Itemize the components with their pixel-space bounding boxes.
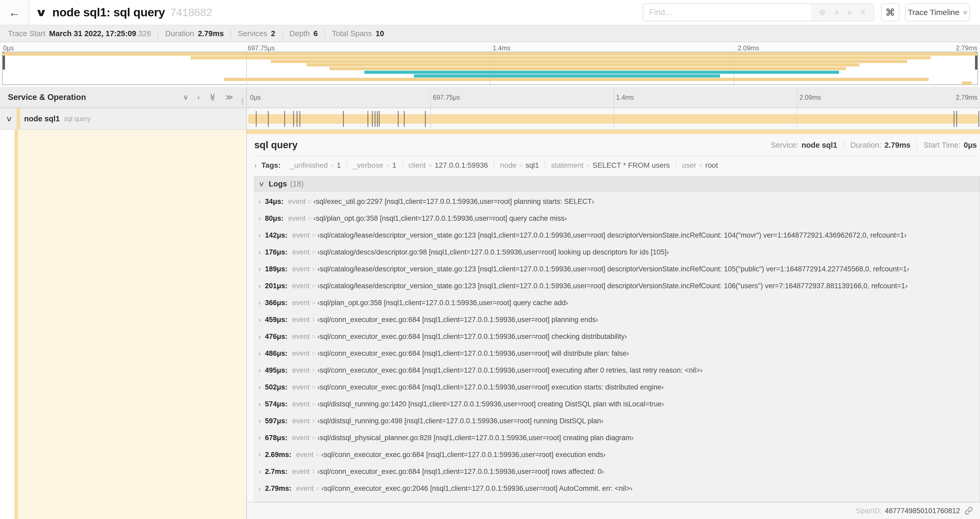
span-name-cell[interactable]: ∨ node sql1 sql query — [0, 108, 247, 129]
stat-item: Trace StartMarch 31 2022, 17:25:09.326 — [8, 29, 158, 38]
grid-line — [614, 87, 614, 108]
span-row[interactable]: ∨ node sql1 sql query — [0, 108, 980, 130]
logs-footnote: Log timestamps are relative to the start… — [258, 497, 980, 502]
tag-item: node=sql1 — [494, 161, 545, 169]
trace-page: ← ∨ node sql1: sql query 7418682 ∧ ∨ ✕ ⌘ — [0, 0, 980, 519]
log-timestamp: 574μs: — [265, 400, 288, 408]
log-field-key: event — [292, 417, 310, 425]
logs-section: ∨ Logs (18) ›34μs:event=‹sql/exec_util.g… — [254, 176, 980, 502]
tag-value: SELECT * FROM users — [592, 161, 670, 169]
tag-key: statement — [551, 161, 584, 169]
find-clear-icon[interactable]: ✕ — [860, 9, 866, 16]
link-icon[interactable] — [964, 506, 973, 515]
log-row[interactable]: ›476μs:event=‹sql/conn_executor_exec.go:… — [258, 328, 980, 345]
log-field-key: event — [288, 198, 305, 206]
span-operation-name: sql query — [64, 115, 91, 123]
log-equals: = — [312, 417, 315, 425]
timeline-tick-label: 2.79ms — [956, 94, 977, 101]
overview-label: Duration: — [850, 141, 881, 150]
service-color-bar — [14, 130, 18, 519]
log-tick-marker — [368, 111, 368, 127]
view-selector-button[interactable]: Trace Timeline ∨ — [905, 3, 970, 21]
span-duration-bar[interactable] — [248, 114, 978, 124]
log-row[interactable]: ›2.69ms:event=‹sql/conn_executor_exec.go… — [258, 446, 980, 463]
trace-collapse-icon[interactable]: ∨ — [35, 6, 48, 18]
log-row[interactable]: ›574μs:event=‹sql/distsql_running.go:142… — [258, 396, 980, 412]
find-next-icon[interactable]: ∨ — [847, 9, 853, 16]
focus-match-icon[interactable] — [819, 8, 826, 16]
log-timestamp: 2.79ms: — [265, 484, 292, 493]
minimap-canvas[interactable] — [2, 52, 978, 85]
span-detail-header: sql query Service:node sql1Duration:2.79… — [254, 138, 980, 152]
log-row[interactable]: ›189μs:event=‹sql/catalog/lease/descript… — [258, 260, 980, 278]
grid-line — [430, 108, 431, 129]
log-row[interactable]: ›80μs:event=‹sql/plan_opt.go:358 [nsql1,… — [258, 210, 980, 227]
log-row[interactable]: ›502μs:event=‹sql/conn_executor_exec.go:… — [258, 379, 980, 396]
stat-label: Services — [238, 29, 267, 38]
log-field-value: ‹sql/distsql_physical_planner.go:828 [ns… — [317, 434, 634, 442]
log-timestamp: 678μs: — [265, 434, 288, 442]
log-row[interactable]: ›366μs:event=‹sql/plan_opt.go:358 [nsql1… — [258, 294, 980, 311]
expand-one-icon[interactable]: › — [197, 94, 200, 101]
log-equals: = — [312, 232, 315, 239]
column-resizer-handle[interactable]: ∥ — [241, 97, 245, 105]
service-operation-header: Service & Operation ∨›≫≫ ∥ — [0, 87, 247, 108]
log-equals: = — [312, 249, 315, 256]
expand-all-icon[interactable]: ≫ — [226, 94, 233, 101]
log-timestamp: 2.69ms: — [265, 451, 292, 459]
log-timestamp: 476μs: — [265, 332, 288, 341]
log-row[interactable]: ›459μs:event=‹sql/conn_executor_exec.go:… — [258, 311, 980, 328]
collapse-one-icon[interactable]: ∨ — [183, 94, 189, 101]
log-field-value: ‹sql/catalog/lease/descriptor_version_st… — [317, 282, 908, 290]
collapse-controls: ∨›≫≫ — [174, 94, 233, 101]
collapse-all-icon[interactable]: ≫ — [209, 93, 216, 101]
chevron-right-icon: › — [258, 434, 261, 442]
log-tick-marker — [297, 111, 298, 127]
log-row[interactable]: ›142μs:event=‹sql/catalog/lease/descript… — [258, 227, 980, 244]
log-equals: = — [316, 451, 319, 458]
log-timestamp: 502μs: — [265, 383, 288, 391]
overview-item: Start Time:0μs — [917, 141, 977, 150]
span-collapse-icon[interactable]: ∨ — [6, 115, 13, 123]
log-field-value: ‹sql/conn_executor_exec.go:684 [nsql1,cl… — [317, 366, 703, 374]
tag-key: _unfinished — [290, 161, 328, 169]
minimap-span-bar — [364, 71, 839, 74]
log-timestamp: 2.7ms: — [265, 468, 288, 476]
tag-item: statement=SELECT * FROM users — [545, 161, 676, 169]
chevron-right-icon: › — [258, 451, 261, 459]
log-field-key: event — [292, 383, 310, 391]
tags-row[interactable]: › Tags: _unfinished=1_verbose=1client=12… — [254, 158, 980, 173]
log-row[interactable]: ›597μs:event=‹sql/distsql_running.go:498… — [258, 412, 980, 430]
keyboard-shortcuts-button[interactable]: ⌘ — [881, 3, 899, 21]
chevron-right-icon: › — [258, 468, 261, 476]
log-row[interactable]: ›176μs:event=‹sql/catalog/descs/descript… — [258, 244, 980, 260]
find-prev-icon[interactable]: ∧ — [834, 9, 839, 16]
back-arrow-icon: ← — [8, 5, 21, 19]
log-field-key: event — [296, 451, 313, 459]
overview-value: node sql1 — [802, 141, 837, 150]
trace-id: 7418682 — [170, 6, 212, 19]
log-tick-marker — [379, 111, 380, 127]
log-row[interactable]: ›34μs:event=‹sql/exec_util.go:2297 [nsql… — [258, 193, 980, 210]
log-tick-marker — [293, 111, 294, 127]
log-row[interactable]: ›495μs:event=‹sql/conn_executor_exec.go:… — [258, 362, 980, 379]
log-tick-marker — [956, 111, 957, 127]
minimap-tick-label: 0μs — [3, 44, 14, 52]
timeline-header-row: Service & Operation ∨›≫≫ ∥ 0μs697.75μs1.… — [0, 87, 980, 108]
back-button[interactable]: ← — [0, 0, 30, 25]
log-row[interactable]: ›2.7ms:event=‹sql/conn_executor_exec.go:… — [258, 463, 980, 480]
log-row[interactable]: ›678μs:event=‹sql/distsql_physical_plann… — [258, 430, 980, 446]
log-timestamp: 80μs: — [265, 214, 284, 223]
grid-line — [797, 108, 797, 129]
log-row[interactable]: ›201μs:event=‹sql/catalog/lease/descript… — [258, 278, 980, 294]
logs-header[interactable]: ∨ Logs (18) — [254, 176, 980, 192]
span-detail-body: sql query Service:node sql1Duration:2.79… — [247, 134, 980, 502]
spanid-label: SpanID: — [856, 507, 882, 515]
span-detail-panel: sql query Service:node sql1Duration:2.79… — [247, 130, 980, 519]
tag-key: user — [682, 161, 696, 169]
find-input[interactable] — [643, 4, 811, 21]
log-row[interactable]: ›2.79ms:event=‹sql/conn_executor_exec.go… — [258, 480, 980, 497]
grid-line — [430, 87, 431, 108]
divider — [254, 156, 977, 156]
log-row[interactable]: ›486μs:event=‹sql/conn_executor_exec.go:… — [258, 345, 980, 362]
